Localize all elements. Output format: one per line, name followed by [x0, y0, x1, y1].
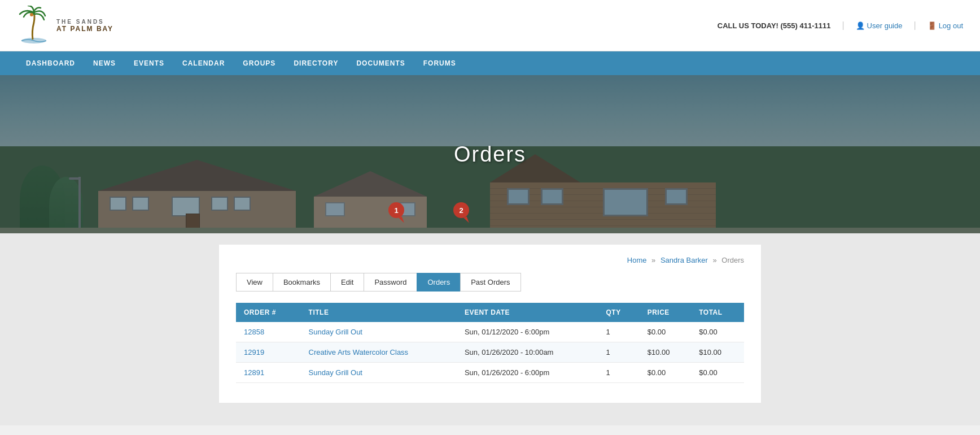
order-qty-cell: 1 — [598, 342, 640, 363]
nav-dashboard[interactable]: DASHBOARD — [17, 51, 84, 75]
order-num-cell[interactable]: 12891 — [236, 363, 301, 383]
orders-table: ORDER # TITLE EVENT DATE QTY PRICE TOTAL… — [236, 303, 744, 383]
nav-forums[interactable]: FORUMS — [414, 51, 465, 75]
page-body: 1 2 Home » Sandra Barker » Orders — [0, 233, 980, 425]
main-nav: DASHBOARD NEWS EVENTS CALENDAR GROUPS DI… — [0, 51, 980, 75]
col-title: TITLE — [301, 303, 457, 322]
col-total: TOTAL — [691, 303, 744, 322]
separator2: | — [913, 20, 916, 31]
logo-area: THE SANDS AT PALM BAY — [17, 6, 113, 45]
table-row: 12858 Sunday Grill Out Sun, 01/12/2020 -… — [236, 322, 744, 342]
order-date-cell: Sun, 01/26/2020 - 6:00pm — [457, 363, 598, 383]
logout-link[interactable]: 🚪 Log out — [928, 21, 963, 30]
breadcrumb-sep1: » — [651, 256, 655, 264]
nav-events[interactable]: EVENTS — [125, 51, 173, 75]
col-qty: QTY — [598, 303, 640, 322]
order-date-cell: Sun, 01/12/2020 - 6:00pm — [457, 322, 598, 342]
col-event-date: EVENT DATE — [457, 303, 598, 322]
hero-title: Orders — [454, 142, 526, 167]
order-title-cell[interactable]: Sunday Grill Out — [301, 363, 457, 383]
logo-at-palm-bay: AT PALM BAY — [56, 25, 113, 33]
user-guide-link[interactable]: 👤 User guide — [856, 21, 903, 30]
order-date-cell: Sun, 01/26/2020 - 10:00am — [457, 342, 598, 363]
tab-view[interactable]: View — [236, 273, 273, 292]
logo-text: THE SANDS AT PALM BAY — [56, 19, 113, 33]
breadcrumb-user[interactable]: Sandra Barker — [660, 256, 708, 264]
table-header: ORDER # TITLE EVENT DATE QTY PRICE TOTAL — [236, 303, 744, 322]
nav-groups[interactable]: GROUPS — [234, 51, 285, 75]
order-total-cell: $10.00 — [691, 342, 744, 363]
svg-point-1 — [30, 13, 33, 16]
content-wrapper: 1 2 Home » Sandra Barker » Orders — [219, 245, 761, 403]
user-icon: 👤 — [856, 21, 865, 30]
table-row: 12891 Sunday Grill Out Sun, 01/26/2020 -… — [236, 363, 744, 383]
order-title-cell[interactable]: Sunday Grill Out — [301, 322, 457, 342]
order-qty-cell: 1 — [598, 322, 640, 342]
order-total-cell: $0.00 — [691, 322, 744, 342]
nav-directory[interactable]: DIRECTORY — [285, 51, 347, 75]
breadcrumb-current: Orders — [721, 256, 744, 264]
site-header: THE SANDS AT PALM BAY CALL US TODAY! (55… — [0, 0, 980, 51]
table-row: 12919 Creative Arts Watercolor Class Sun… — [236, 342, 744, 363]
order-price-cell: $0.00 — [640, 363, 692, 383]
tab-orders[interactable]: Orders — [417, 273, 461, 292]
order-qty-cell: 1 — [598, 363, 640, 383]
call-us-label: CALL US TODAY! (555) 411-1111 — [718, 21, 831, 30]
order-price-cell: $10.00 — [640, 342, 692, 363]
logout-icon: 🚪 — [928, 21, 937, 30]
nav-documents[interactable]: DOCUMENTS — [347, 51, 414, 75]
table-body: 12858 Sunday Grill Out Sun, 01/12/2020 -… — [236, 322, 744, 383]
logo-icon — [17, 6, 51, 45]
nav-calendar[interactable]: CALENDAR — [173, 51, 234, 75]
order-num-cell[interactable]: 12919 — [236, 342, 301, 363]
tab-bookmarks[interactable]: Bookmarks — [273, 273, 331, 292]
breadcrumb-sep2: » — [712, 256, 716, 264]
nav-news[interactable]: NEWS — [84, 51, 125, 75]
table-header-row: ORDER # TITLE EVENT DATE QTY PRICE TOTAL — [236, 303, 744, 322]
tab-edit[interactable]: Edit — [330, 273, 364, 292]
col-price: PRICE — [640, 303, 692, 322]
logo-the: THE SANDS — [56, 19, 113, 25]
tab-password[interactable]: Password — [364, 273, 417, 292]
separator: | — [842, 20, 844, 31]
hero-section: Orders — [0, 75, 980, 233]
order-price-cell: $0.00 — [640, 322, 692, 342]
col-order-num: ORDER # — [236, 303, 301, 322]
order-title-cell[interactable]: Creative Arts Watercolor Class — [301, 342, 457, 363]
breadcrumb-home[interactable]: Home — [627, 256, 647, 264]
breadcrumb: Home » Sandra Barker » Orders — [236, 256, 744, 264]
tab-past-orders[interactable]: Past Orders — [460, 273, 520, 292]
order-num-cell[interactable]: 12858 — [236, 322, 301, 342]
profile-tabs: View Bookmarks Edit Password Orders Past… — [236, 273, 744, 292]
order-total-cell: $0.00 — [691, 363, 744, 383]
header-right: CALL US TODAY! (555) 411-1111 | 👤 User g… — [718, 20, 963, 31]
